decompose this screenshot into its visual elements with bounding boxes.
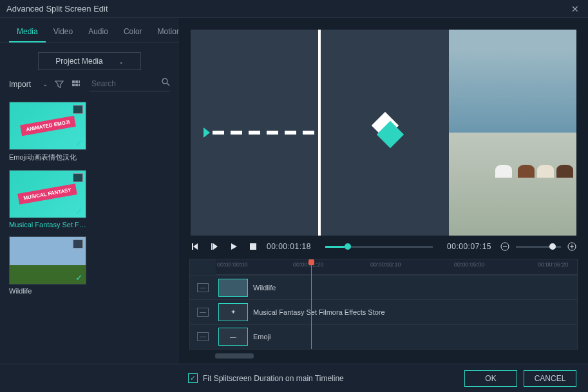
svg-rect-8 bbox=[192, 243, 193, 250]
media-item-wildlife[interactable]: ✓ Wildlife bbox=[9, 236, 86, 295]
svg-rect-1 bbox=[75, 80, 78, 83]
svg-rect-5 bbox=[79, 84, 80, 86]
track-icon bbox=[197, 332, 209, 341]
clip-label: Wildlife bbox=[253, 284, 276, 292]
filter-icon[interactable] bbox=[54, 79, 64, 89]
svg-rect-2 bbox=[79, 80, 80, 83]
thumb-badge-icon bbox=[73, 105, 83, 114]
track-header-2[interactable] bbox=[190, 299, 216, 324]
next-frame-button[interactable] bbox=[209, 241, 220, 252]
check-icon: ✓ bbox=[75, 206, 83, 216]
clip-thumbnail[interactable] bbox=[218, 279, 248, 297]
ruler-tick: 00:00:06:20 bbox=[538, 261, 569, 268]
progress-slider[interactable] bbox=[325, 246, 433, 248]
play-triangle-icon bbox=[204, 127, 210, 138]
track-header-1[interactable] bbox=[190, 275, 216, 299]
tab-strip: Media Video Audio Color Motion bbox=[0, 18, 179, 43]
playhead[interactable] bbox=[311, 259, 312, 349]
thumb-badge-icon bbox=[73, 173, 83, 182]
footer: ✓ Fit Splitscreen Duration on main Timel… bbox=[0, 364, 588, 392]
tab-color[interactable]: Color bbox=[116, 23, 150, 42]
main-area: Media Video Audio Color Motion Project M… bbox=[0, 18, 588, 364]
media-label: Emoji动画表情包汉化 bbox=[9, 153, 86, 162]
zoom-out-button[interactable] bbox=[499, 241, 511, 252]
svg-point-6 bbox=[162, 79, 167, 84]
star-icon: ✦ bbox=[231, 308, 236, 315]
thumbnail-ribbon: ANIMATED EMOJI bbox=[20, 116, 75, 136]
logo-diamond-icon bbox=[372, 120, 397, 145]
prev-frame-button[interactable] bbox=[189, 241, 201, 252]
media-item-musical-fantasy[interactable]: MUSICAL FANTASY ✓ Musical Fantasy Set Fi… bbox=[9, 170, 86, 229]
ruler-tick: 00:00:00:00 bbox=[217, 261, 248, 268]
check-icon: ✓ bbox=[75, 138, 83, 148]
window-title: Advanced Split Screen Edit bbox=[6, 4, 569, 14]
play-button[interactable] bbox=[228, 241, 240, 252]
tab-video[interactable]: Video bbox=[46, 23, 81, 42]
project-media-dropdown[interactable]: Project Media ⌄ bbox=[38, 52, 141, 70]
preview-and-timeline: 00:00:01:18 00:00:07:15 00:00:00:00 bbox=[179, 18, 588, 364]
svg-rect-10 bbox=[250, 243, 256, 250]
thumb-badge-icon bbox=[73, 239, 83, 248]
media-toolbar: Import ⌄ bbox=[0, 77, 179, 98]
preview-pane-middle[interactable] bbox=[321, 30, 448, 236]
svg-rect-0 bbox=[72, 80, 75, 83]
media-item-emoji[interactable]: ANIMATED EMOJI ✓ Emoji动画表情包汉化 bbox=[9, 102, 86, 162]
tab-audio[interactable]: Audio bbox=[81, 23, 116, 42]
track-2[interactable]: ✦ Musical Fantasy Set Filmora Effects St… bbox=[216, 299, 577, 324]
ok-button[interactable]: OK bbox=[464, 370, 517, 387]
scrollbar-thumb[interactable] bbox=[215, 353, 254, 359]
stop-button[interactable] bbox=[247, 241, 259, 252]
timeline-gutter bbox=[190, 259, 216, 349]
clip-label: Emoji bbox=[253, 333, 271, 341]
clip-thumbnail[interactable]: — bbox=[218, 328, 248, 346]
cancel-button[interactable]: CANCEL bbox=[524, 370, 576, 387]
track-1[interactable]: Wildlife bbox=[216, 275, 577, 299]
sidebar: Media Video Audio Color Motion Project M… bbox=[0, 18, 179, 364]
svg-line-7 bbox=[167, 83, 169, 86]
checkbox-checked-icon[interactable]: ✓ bbox=[188, 373, 198, 383]
timeline-body[interactable]: 00:00:00:00 00:00:01:20 00:00:03:10 00:0… bbox=[216, 259, 577, 349]
track-icon bbox=[197, 308, 209, 317]
chevron-down-icon: ⌄ bbox=[119, 58, 124, 65]
media-thumbnail: ✓ bbox=[9, 236, 86, 285]
fit-duration-checkbox-row[interactable]: ✓ Fit Splitscreen Duration on main Timel… bbox=[188, 373, 344, 383]
close-icon[interactable]: ✕ bbox=[569, 4, 582, 14]
chevron-down-icon: ⌄ bbox=[43, 80, 48, 88]
zoom-slider[interactable] bbox=[516, 246, 561, 248]
import-label: Import bbox=[9, 80, 31, 89]
ruler-tick: 00:00:03:10 bbox=[370, 261, 401, 268]
preview-pane-right[interactable] bbox=[449, 30, 576, 236]
media-label: Musical Fantasy Set Film... bbox=[9, 221, 86, 229]
dropdown-label: Project Media bbox=[55, 57, 102, 66]
track-3[interactable]: — Emoji bbox=[216, 324, 577, 349]
timeline: 00:00:00:00 00:00:01:20 00:00:03:10 00:0… bbox=[189, 259, 578, 350]
ruler-tick: 00:00:05:00 bbox=[454, 261, 485, 268]
preview-pane-left[interactable] bbox=[191, 30, 321, 236]
grid-view-icon[interactable] bbox=[71, 79, 81, 89]
track-header-3[interactable] bbox=[190, 324, 216, 349]
zoom-in-button[interactable] bbox=[566, 241, 578, 252]
clip-thumbnail[interactable]: ✦ bbox=[218, 303, 248, 321]
search-input[interactable] bbox=[90, 77, 170, 91]
track-icon bbox=[197, 283, 209, 292]
search-icon[interactable] bbox=[162, 78, 170, 88]
timeline-scrollbar[interactable] bbox=[215, 353, 578, 362]
check-icon: ✓ bbox=[75, 272, 83, 283]
svg-rect-9 bbox=[211, 243, 213, 250]
media-thumbnail: ANIMATED EMOJI ✓ bbox=[9, 102, 86, 150]
insert-marker bbox=[204, 127, 314, 138]
svg-rect-4 bbox=[75, 84, 78, 86]
titlebar: Advanced Split Screen Edit ✕ bbox=[0, 0, 588, 18]
checkbox-label: Fit Splitscreen Duration on main Timelin… bbox=[203, 374, 344, 383]
import-button[interactable]: Import ⌄ bbox=[9, 80, 48, 89]
current-timecode: 00:00:01:18 bbox=[267, 242, 311, 251]
tab-media[interactable]: Media bbox=[9, 23, 46, 42]
transport-bar: 00:00:01:18 00:00:07:15 bbox=[179, 241, 588, 256]
total-timecode: 00:00:07:15 bbox=[447, 242, 491, 251]
preview-splitscreen[interactable] bbox=[191, 30, 576, 236]
media-thumbnail: MUSICAL FANTASY ✓ bbox=[9, 170, 86, 218]
thumbnail-ribbon: MUSICAL FANTASY bbox=[18, 183, 78, 205]
media-grid: ANIMATED EMOJI ✓ Emoji动画表情包汉化 MUSICAL FA… bbox=[0, 98, 179, 364]
time-ruler[interactable]: 00:00:00:00 00:00:01:20 00:00:03:10 00:0… bbox=[216, 259, 577, 275]
clip-label: Musical Fantasy Set Filmora Effects Stor… bbox=[253, 308, 385, 316]
